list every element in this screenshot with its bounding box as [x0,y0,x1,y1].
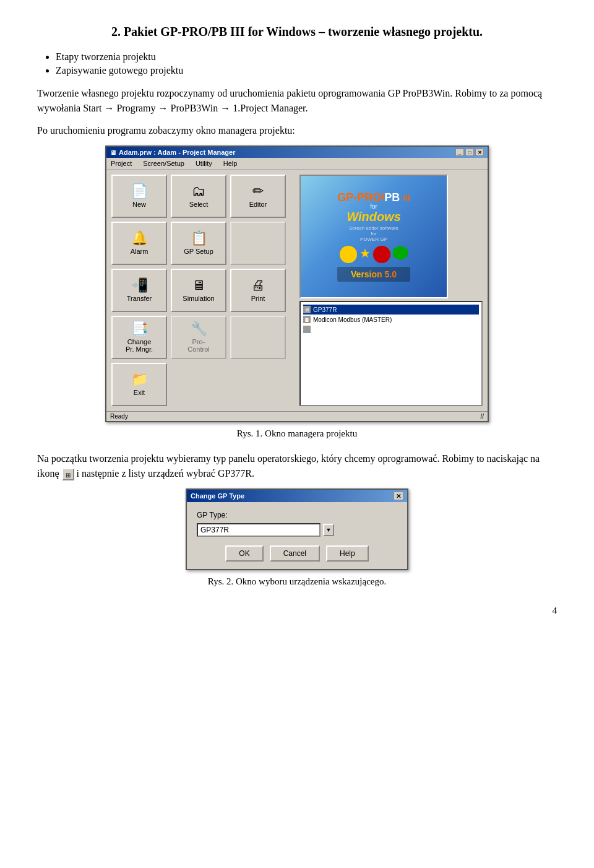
dialog-gp-select[interactable]: GP377R [197,523,321,537]
dialog-body: GP Type: GP377R ▼ OK Cancel Help [187,502,407,569]
fig2-caption: Rys. 2. Okno wyboru urządzenia wskazując… [37,576,557,587]
select-label: Select [189,201,209,208]
page-number: 4 [37,605,557,616]
dialog-select-row: GP377R ▼ [197,523,397,537]
print-label: Print [251,295,265,302]
project-manager-window: 🖥 Adam.prw : Adam - Project Manager _ □ … [105,145,489,422]
editor-button[interactable]: ✏ Editor [230,175,286,218]
change-pr-icon: 📑 [131,322,148,336]
pm-logo: GP-PRO/PB III for Windows Screen editor … [299,175,448,298]
device-unknown [303,324,479,334]
device-modicon-label: Modicon Modbus (MASTER) [313,316,392,323]
transfer-button[interactable]: 📲 Transfer [111,269,167,312]
pm-logo-version-box: Version 5.0 [337,267,410,282]
device-modicon-icon: 📋 [303,316,311,323]
pm-logo-for: for [337,203,410,210]
print-icon: 🖨 [251,279,265,292]
editor-label: Editor [249,201,267,208]
shape-hex [393,246,408,261]
device-gp377r[interactable]: 🖥 GP377R [303,305,479,315]
select-button[interactable]: 🗂 Select [171,175,226,218]
pm-right-panel: GP-PRO/PB III for Windows Screen editor … [299,175,483,406]
pm-logo-sub: Screen editor softwareforPOWER GP [337,225,410,242]
new-icon: 📄 [131,184,148,198]
transfer-icon: 📲 [131,279,148,292]
pm-logo-brand: GP-PRO/PB III [337,192,410,203]
change-pr-mngr-button[interactable]: 📑 Change Pr. Mngr. [111,316,167,359]
page-title: 2. Pakiet GP-PRO/PB III for Windows – tw… [37,25,557,39]
pm-device-list: 🖥 GP377R 📋 Modicon Modbus (MASTER) [299,301,483,406]
device-gp377r-label: GP377R [313,306,337,313]
intro-bullets: Etapy tworzenia projektu Zapisywanie got… [56,51,557,76]
exit-button[interactable]: 📁 Exit [111,363,167,406]
pm-status-grip: // [480,413,484,420]
select-icon: 🗂 [192,184,205,198]
new-inline-icon: ⊞ [62,468,74,480]
transfer-label: Transfer [127,295,152,302]
maximize-button[interactable]: □ [465,149,474,156]
pm-logo-content: GP-PRO/PB III for Windows Screen editor … [332,187,415,287]
pro-control-button: 🔧 Pro- Control [171,316,226,359]
menu-screen-setup[interactable]: Screen/Setup [141,159,186,168]
exit-label: Exit [134,389,145,396]
menu-help[interactable]: Help [222,159,239,168]
dialog-ok-button[interactable]: OK [225,545,263,562]
bullet-2: Zapisywanie gotowego projektu [56,65,557,76]
device-gp377r-icon: 🖥 [303,306,311,313]
change-pr-label: Change Pr. Mngr. [126,338,153,353]
dialog-cancel-button[interactable]: Cancel [270,545,320,562]
pm-logo-shapes: ★ [337,246,410,263]
pro-control-label: Pro- Control [187,338,209,353]
simulation-label: Simulation [183,295,214,302]
empty-slot-1 [230,222,286,265]
intro-para2: Po uruchomieniu programu zobaczymy okno … [37,123,557,138]
gp-setup-button[interactable]: 📋 GP Setup [171,222,226,265]
dialog-gp-type-label: GP Type: [197,511,397,519]
dialog-close-button[interactable]: ✕ [394,492,403,500]
pm-logo-windows: Windows [337,210,410,224]
para-between-text2: i następnie z listy urządzeń wybrać GP37… [77,468,254,479]
bullet-1: Etapy tworzenia projektu [56,51,557,63]
pm-title-text: Adam.prw : Adam - Project Manager [119,149,455,156]
pm-buttons-grid: 📄 New 🗂 Select ✏ Editor 🔔 Alarm 📋 [111,175,295,406]
pm-logo-version: Version 5.0 [351,269,397,279]
fig1-caption: Rys. 1. Okno managera projektu [37,428,557,439]
pm-titlebar-controls[interactable]: _ □ ✕ [455,149,484,156]
close-button[interactable]: ✕ [475,149,484,156]
simulation-icon: 🖥 [192,279,205,292]
minimize-button[interactable]: _ [455,149,464,156]
menu-project[interactable]: Project [109,159,134,168]
shape-red-circle [373,246,390,263]
exit-icon: 📁 [131,373,148,386]
alarm-label: Alarm [131,248,148,255]
alarm-button[interactable]: 🔔 Alarm [111,222,167,265]
pm-menubar: Project Screen/Setup Utility Help [106,158,488,170]
change-gp-type-dialog: Change GP Type ✕ GP Type: GP377R ▼ OK Ca… [186,488,408,570]
pm-titlebar: 🖥 Adam.prw : Adam - Project Manager _ □ … [106,147,488,158]
para-between: Na początku tworzenia projektu wybieramy… [37,451,557,481]
pm-title-icon: 🖥 [110,149,116,156]
new-button[interactable]: 📄 New [111,175,167,218]
dialog-title-text: Change GP Type [191,492,244,500]
dialog-titlebar: Change GP Type ✕ [187,490,407,502]
editor-icon: ✏ [252,184,264,198]
pro-control-icon: 🔧 [191,322,207,336]
pm-status-text: Ready [110,413,128,420]
dialog-dropdown-button[interactable]: ▼ [323,524,334,536]
dialog-buttons: OK Cancel Help [197,545,397,562]
dialog-help-button[interactable]: Help [326,545,369,562]
alarm-icon: 🔔 [131,232,148,245]
shape-star: ★ [359,246,371,263]
shape-yellow-circle [340,246,357,263]
menu-utility[interactable]: Utility [194,159,214,168]
pm-statusbar: Ready // [106,411,488,421]
device-unknown-icon [303,326,311,333]
intro-para1: Tworzenie własnego projektu rozpoczynamy… [37,86,557,116]
new-label: New [132,201,146,208]
gp-setup-icon: 📋 [191,232,207,245]
empty-slot-2 [230,316,286,359]
device-modicon[interactable]: 📋 Modicon Modbus (MASTER) [303,315,479,324]
simulation-button[interactable]: 🖥 Simulation [171,269,226,312]
gp-setup-label: GP Setup [184,248,213,255]
print-button[interactable]: 🖨 Print [230,269,286,312]
